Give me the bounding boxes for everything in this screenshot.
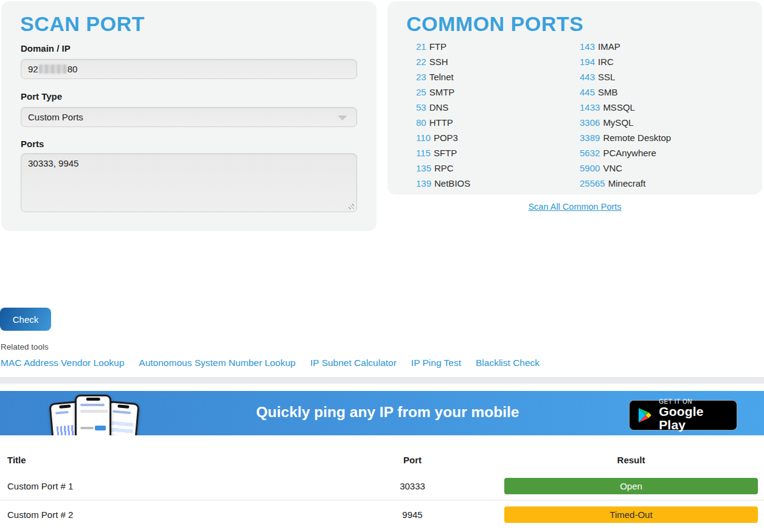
common-port-number[interactable]: 135 — [416, 163, 431, 173]
scan-port-panel: SCAN PORT Domain / IP 9280 Port Type Cus… — [1, 1, 377, 231]
ports-textarea[interactable]: 30333, 9945 — [21, 153, 357, 212]
results-table: Title Port Result Custom Port # 130333Op… — [0, 447, 764, 529]
common-port-name: IMAP — [598, 41, 620, 52]
common-port-item[interactable]: 22SSH — [416, 54, 470, 69]
common-port-number[interactable]: 3306 — [580, 117, 600, 128]
common-port-name: HTTP — [429, 117, 453, 128]
related-tool-link[interactable]: IP Subnet Calculator — [310, 358, 397, 368]
domain-ip-value-prefix: 92 — [28, 64, 38, 74]
check-button[interactable]: Check — [0, 308, 51, 331]
common-port-number[interactable]: 5632 — [580, 148, 600, 158]
common-port-item[interactable]: 21FTP — [416, 39, 470, 54]
status-badge: Timed-Out — [504, 506, 758, 523]
common-port-item[interactable]: 3389Remote Desktop — [580, 130, 671, 145]
domain-ip-input[interactable]: 9280 — [21, 59, 357, 79]
common-port-item[interactable]: 443SSL — [580, 69, 671, 85]
common-port-name: NetBIOS — [434, 178, 470, 188]
common-port-name: VNC — [603, 163, 622, 173]
port-type-select[interactable]: Custom Ports — [21, 107, 357, 127]
common-port-name: Telnet — [429, 72, 454, 82]
common-port-number[interactable]: 25565 — [580, 178, 605, 188]
port-type-selected-value: Custom Ports — [28, 112, 83, 122]
common-port-name: SSH — [429, 57, 448, 67]
common-port-item[interactable]: 110POP3 — [416, 130, 470, 145]
common-port-item[interactable]: 25SMTP — [416, 85, 470, 100]
result-title-cell: Custom Port # 1 — [0, 481, 339, 491]
common-port-name: MySQL — [603, 117, 633, 128]
phone-mockups-image — [52, 395, 150, 435]
common-ports-column-left: 21FTP22SSH23Telnet25SMTP53DNS80HTTP110PO… — [416, 39, 470, 191]
scan-all-common-ports-link[interactable]: Scan All Common Ports — [528, 202, 621, 212]
ports-label: Ports — [21, 139, 44, 149]
status-badge: Open — [504, 478, 758, 494]
related-tool-link[interactable]: IP Ping Test — [411, 358, 461, 368]
common-port-name: Remote Desktop — [603, 133, 671, 143]
common-port-item[interactable]: 5900VNC — [580, 161, 671, 176]
result-title-cell: Custom Port # 2 — [0, 510, 339, 520]
mobile-app-banner: Quickly ping any IP from your mobile GET… — [0, 391, 764, 435]
domain-ip-label: Domain / IP — [21, 43, 71, 54]
header-port: Port — [339, 455, 485, 465]
common-port-number[interactable]: 53 — [416, 102, 426, 112]
common-port-name: MSSQL — [603, 102, 635, 112]
section-divider — [0, 377, 764, 384]
common-port-name: FTP — [429, 41, 446, 52]
common-port-item[interactable]: 139NetBIOS — [416, 176, 470, 191]
google-play-icon — [637, 407, 652, 424]
badge-google-play-text: Google Play — [659, 405, 729, 432]
related-tool-link[interactable]: Autonomous System Number Lookup — [139, 358, 296, 368]
common-port-number[interactable]: 194 — [580, 57, 595, 67]
common-port-item[interactable]: 445SMB — [580, 85, 671, 100]
common-port-item[interactable]: 135RPC — [416, 161, 470, 176]
port-type-label: Port Type — [21, 91, 62, 102]
common-port-number[interactable]: 443 — [580, 72, 595, 82]
related-tool-link[interactable]: Blacklist Check — [476, 358, 540, 368]
common-port-item[interactable]: 1433MSSQL — [580, 100, 671, 115]
common-port-name: Minecraft — [608, 178, 646, 188]
common-port-number[interactable]: 115 — [416, 148, 431, 158]
common-port-number[interactable]: 445 — [580, 87, 595, 97]
common-port-name: POP3 — [434, 133, 458, 143]
result-cell: Open — [485, 478, 764, 494]
common-port-number[interactable]: 3389 — [580, 133, 600, 143]
phone-center-image — [75, 395, 111, 435]
domain-ip-redacted-segment — [39, 64, 67, 74]
common-port-item[interactable]: 25565Minecraft — [580, 176, 671, 191]
common-port-name: IRC — [598, 57, 614, 67]
common-port-name: RPC — [434, 163, 454, 173]
common-port-item[interactable]: 3306MySQL — [580, 115, 671, 130]
related-tools-links: MAC Address Vendor LookupAutonomous Syst… — [1, 358, 540, 368]
common-port-number[interactable]: 22 — [416, 57, 426, 67]
scan-port-title: SCAN PORT — [20, 12, 145, 36]
result-cell: Timed-Out — [485, 506, 764, 523]
common-port-number[interactable]: 23 — [416, 72, 426, 82]
common-port-number[interactable]: 21 — [416, 41, 426, 52]
common-port-item[interactable]: 5632PCAnywhere — [580, 145, 671, 161]
common-port-item[interactable]: 23Telnet — [416, 69, 470, 85]
common-port-name: PCAnywhere — [603, 148, 656, 158]
common-port-item[interactable]: 194IRC — [580, 54, 671, 69]
common-port-number[interactable]: 25 — [416, 87, 426, 97]
common-port-item[interactable]: 53DNS — [416, 100, 470, 115]
common-port-number[interactable]: 110 — [416, 133, 431, 143]
common-ports-panel: COMMON PORTS 21FTP22SSH23Telnet25SMTP53D… — [387, 1, 762, 195]
common-ports-title: COMMON PORTS — [406, 12, 583, 36]
result-port-cell: 30333 — [339, 481, 485, 491]
common-port-number[interactable]: 139 — [416, 178, 431, 188]
common-port-number[interactable]: 80 — [416, 117, 426, 128]
resize-handle-icon[interactable] — [347, 202, 354, 209]
common-ports-column-right: 143IMAP194IRC443SSL445SMB1433MSSQL3306My… — [580, 39, 671, 191]
common-port-number[interactable]: 143 — [580, 41, 595, 52]
common-port-number[interactable]: 5900 — [580, 163, 600, 173]
common-port-number[interactable]: 1433 — [580, 102, 600, 112]
related-tool-link[interactable]: MAC Address Vendor Lookup — [1, 358, 124, 368]
table-row: Custom Port # 130333Open — [0, 472, 764, 500]
related-tools-heading: Related tools — [1, 342, 49, 351]
common-port-item[interactable]: 143IMAP — [580, 39, 671, 54]
header-title: Title — [0, 455, 339, 465]
domain-ip-value-suffix: 80 — [68, 64, 78, 74]
common-port-name: SMTP — [429, 87, 455, 97]
common-port-item[interactable]: 80HTTP — [416, 115, 470, 130]
common-port-item[interactable]: 115SFTP — [416, 145, 470, 161]
google-play-badge[interactable]: GET IT ON Google Play — [629, 400, 737, 430]
